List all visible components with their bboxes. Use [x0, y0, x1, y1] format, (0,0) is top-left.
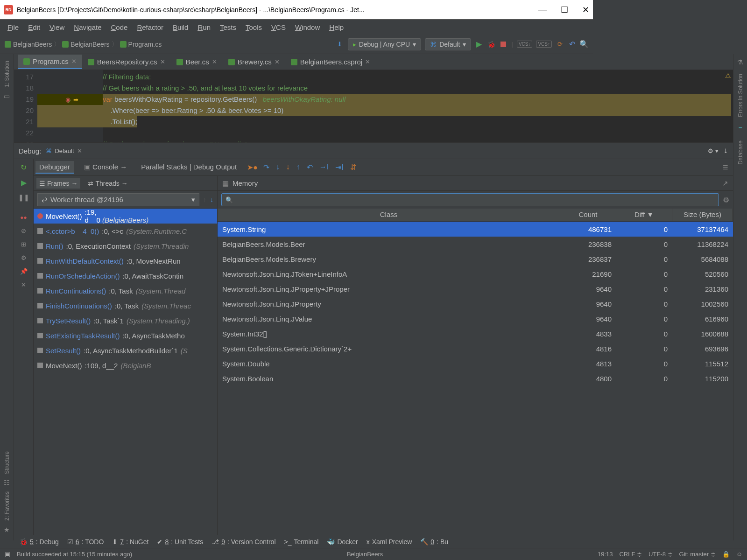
memory-search-input[interactable]: 🔍: [221, 193, 593, 206]
pin-icon[interactable]: 📌: [20, 268, 28, 275]
debug-button[interactable]: 🐞: [487, 40, 495, 49]
history-icon[interactable]: ⟳: [556, 40, 564, 49]
menu-run[interactable]: Run: [194, 21, 214, 33]
run-config-combo[interactable]: ▸Debug | Any CPU▾: [348, 38, 421, 50]
menu-code[interactable]: Code: [107, 21, 132, 33]
menu-navigate[interactable]: Navigate: [70, 21, 105, 33]
frame-row[interactable]: RunContinuations():0, Task (System.Threa…: [34, 283, 217, 298]
step-out-icon[interactable]: ↑: [296, 163, 300, 172]
prev-frame-button[interactable]: ↑: [203, 196, 206, 203]
breadcrumb-item[interactable]: BelgianBeers: [62, 41, 109, 48]
close-button[interactable]: ✕: [582, 5, 589, 15]
close-icon[interactable]: ✕: [71, 58, 77, 65]
editor-tab[interactable]: BelgianBeers.csproj ✕: [285, 55, 376, 69]
threads-tab[interactable]: ⇄ Threads →: [85, 178, 130, 189]
memory-row[interactable]: BelgianBeers.Models.Beer236838011368224: [218, 237, 593, 252]
step-over-icon[interactable]: ↷: [263, 163, 269, 172]
breadcrumb-item[interactable]: BelgianBeers: [5, 41, 52, 48]
frame-row[interactable]: SetExistingTaskResult():0, AsyncTaskMeth…: [34, 328, 217, 343]
download-icon[interactable]: ⬇: [336, 40, 344, 49]
close-icon[interactable]: ✕: [77, 147, 82, 154]
pause-button[interactable]: ❚❚: [18, 194, 29, 201]
minimize-button[interactable]: —: [538, 5, 547, 15]
memory-row[interactable]: Newtonsoft.Json.Linq.JProperty+JProper96…: [218, 281, 593, 296]
menu-help[interactable]: Help: [325, 21, 347, 33]
app-icon: RD: [4, 5, 13, 14]
show-execution-point-icon[interactable]: ➤●: [247, 163, 258, 172]
memory-row[interactable]: System.Collections.Generic.Dictionary`2+…: [218, 341, 593, 356]
memory-row[interactable]: System.Int32[]483301600688: [218, 326, 593, 341]
project-icon[interactable]: ▭: [3, 92, 11, 100]
frame-row[interactable]: RunWithDefaultContext():0, MoveNextRun: [34, 253, 217, 268]
settings-icon[interactable]: ⚙: [21, 254, 27, 261]
console-tab[interactable]: ▣ Console →: [80, 161, 131, 174]
close-icon[interactable]: ✕: [160, 58, 165, 65]
menu-tools[interactable]: Tools: [242, 21, 266, 33]
frame-row[interactable]: MoveNext():109, d__2 (BelgianB: [34, 358, 217, 373]
frame-row[interactable]: FinishContinuations():0, Task (System.Th…: [34, 298, 217, 313]
parallel-stacks-tab[interactable]: Parallel Stacks | Debug Output: [137, 161, 240, 174]
memory-table[interactable]: Class Count Diff ▼ Size (Bytes) System.S…: [218, 209, 593, 447]
menu-edit[interactable]: Edit: [24, 21, 44, 33]
code-text[interactable]: ⚠ // Filtering data: // Get beers with a…: [103, 70, 593, 142]
maximize-button[interactable]: ☐: [561, 5, 568, 15]
resume-button[interactable]: ▶: [21, 178, 27, 187]
memory-row[interactable]: System.String486731037137464: [218, 222, 593, 237]
view-breakpoints-button[interactable]: ●●: [20, 214, 27, 221]
memory-row[interactable]: Newtonsoft.Json.Linq.JToken+LineInfoA216…: [218, 266, 593, 281]
menu-build[interactable]: Build: [169, 21, 192, 33]
search-button[interactable]: 🔍: [580, 40, 588, 49]
menu-vcs[interactable]: VCS: [268, 21, 289, 33]
memory-row[interactable]: Newtonsoft.Json.Linq.JProperty9640010025…: [218, 296, 593, 311]
editor-tab[interactable]: BeersRepository.cs ✕: [82, 55, 171, 69]
target-combo[interactable]: ⌘Default▾: [425, 38, 471, 50]
menu-window[interactable]: Window: [291, 21, 324, 33]
frames-tab[interactable]: ☰ Frames →: [36, 178, 80, 189]
editor[interactable]: 17181920212223 ◉✓➡ ⚠ // Filtering data: …: [14, 70, 593, 142]
frame-row[interactable]: SetResult():0, AsyncTaskMethodBuilder`1 …: [34, 343, 217, 358]
force-step-into-icon[interactable]: ↓: [286, 163, 290, 172]
run-button[interactable]: ▶: [475, 40, 483, 49]
evaluate-icon[interactable]: ⇵: [350, 163, 356, 172]
menu-tests[interactable]: Tests: [216, 21, 240, 33]
stop-button[interactable]: [499, 40, 507, 49]
memory-row[interactable]: BelgianBeers.Models.Brewery2368370568408…: [218, 252, 593, 266]
editor-tab[interactable]: Brewery.cs ✕: [223, 55, 285, 69]
col-class[interactable]: Class: [218, 209, 560, 221]
frame-row[interactable]: MoveNext():19, d__0 (BelgianBeers): [34, 209, 217, 224]
vcs-update-button[interactable]: VCS↓: [517, 41, 533, 48]
drop-frame-icon[interactable]: ↶: [307, 163, 313, 172]
thread-selector[interactable]: ⇄Worker thread @24196▾: [37, 193, 199, 206]
force-run-to-cursor-icon[interactable]: ⇥I: [335, 163, 343, 172]
next-frame-button[interactable]: ↓: [210, 196, 213, 203]
breadcrumb-item[interactable]: Program.cs: [120, 41, 162, 48]
frames-list[interactable]: MoveNext():19, d__0 (BelgianBeers)<.ccto…: [34, 209, 217, 447]
frame-row[interactable]: <.cctor>b__4_0():0, <>c (System.Runtime.…: [34, 224, 217, 238]
memory-row[interactable]: Newtonsoft.Json.Linq.JValue96400616960: [218, 311, 593, 326]
frame-row[interactable]: TrySetResult():0, Task`1 (System.Threadi…: [34, 313, 217, 328]
frame-row[interactable]: Run():0, ExecutionContext (System.Thread…: [34, 238, 217, 253]
rerun-button[interactable]: ↻: [21, 163, 27, 172]
layout-icon[interactable]: ⊞: [21, 241, 26, 248]
close-icon[interactable]: ✕: [212, 58, 217, 65]
memory-row[interactable]: System.Double48130115512: [218, 356, 593, 371]
close-icon[interactable]: ✕: [21, 281, 26, 288]
menu-refactor[interactable]: Refactor: [133, 21, 167, 33]
vcs-commit-button[interactable]: VCS↑: [536, 41, 552, 48]
menu-view[interactable]: View: [46, 21, 68, 33]
debugger-tab[interactable]: Debugger: [35, 161, 74, 174]
close-icon[interactable]: ✕: [275, 58, 280, 65]
close-icon[interactable]: ✕: [365, 58, 370, 65]
frame-row[interactable]: RunOrScheduleAction():0, AwaitTaskContin: [34, 268, 217, 283]
menu-file[interactable]: File: [4, 21, 22, 33]
editor-tab[interactable]: Program.cs ✕: [18, 55, 82, 69]
run-to-cursor-icon[interactable]: →I: [319, 163, 329, 172]
revert-button[interactable]: ↶: [568, 40, 576, 49]
breakpoint-gutter[interactable]: ◉✓➡: [37, 70, 103, 142]
solution-tool[interactable]: 1: Solution: [4, 58, 10, 90]
editor-tab[interactable]: Beer.cs ✕: [171, 55, 223, 69]
col-count[interactable]: Count: [560, 209, 593, 221]
step-into-icon[interactable]: ↓: [276, 163, 280, 172]
memory-row[interactable]: System.Boolean48000115200: [218, 371, 593, 386]
mute-breakpoints-button[interactable]: ⊘: [21, 227, 26, 234]
